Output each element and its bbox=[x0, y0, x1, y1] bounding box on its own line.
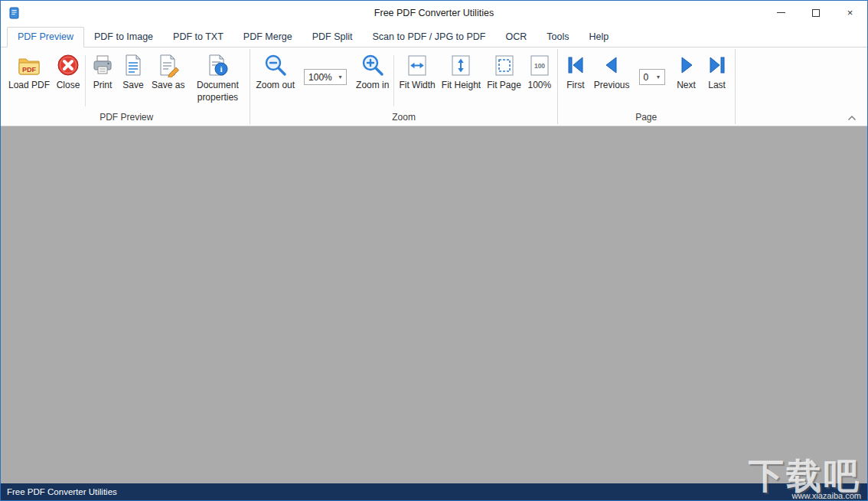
group-label-zoom: Zoom bbox=[253, 111, 554, 126]
save-button[interactable]: Save bbox=[118, 51, 148, 111]
zoom-out-icon bbox=[263, 53, 288, 77]
tab-scan-to-pdf[interactable]: Scan to PDF / JPG to PDF bbox=[363, 28, 496, 47]
zoom-in-label: Zoom in bbox=[356, 80, 389, 92]
document-properties-label: Document properties bbox=[191, 80, 244, 103]
save-as-icon bbox=[156, 53, 181, 77]
first-page-icon bbox=[563, 53, 588, 77]
print-icon bbox=[90, 53, 115, 77]
chevron-up-icon bbox=[847, 115, 857, 121]
zoom-level-value: 100% bbox=[308, 72, 332, 83]
next-page-icon bbox=[674, 53, 699, 77]
zoom-in-icon bbox=[361, 53, 385, 77]
group-label-pdf-preview: PDF Preview bbox=[5, 111, 247, 126]
save-as-label: Save as bbox=[152, 80, 184, 92]
zoom-100-button[interactable]: 100 100% bbox=[524, 51, 555, 111]
zoom-100-label: 100% bbox=[528, 80, 552, 92]
first-page-label: First bbox=[566, 80, 584, 92]
page-number-value: 0 bbox=[644, 72, 649, 83]
statusbar-text: Free PDF Converter Utilities bbox=[7, 487, 117, 496]
load-pdf-button[interactable]: PDF Load PDF bbox=[5, 51, 53, 111]
group-label-page: Page bbox=[560, 111, 733, 126]
last-page-icon bbox=[705, 53, 729, 77]
group-separator bbox=[250, 49, 250, 124]
svg-text:100: 100 bbox=[534, 62, 545, 70]
ribbon-group-page: First Previous 0 ▾ Next bbox=[560, 47, 733, 126]
svg-text:i: i bbox=[220, 64, 223, 74]
tab-tools[interactable]: Tools bbox=[537, 28, 579, 47]
minimize-icon bbox=[777, 12, 785, 13]
document-properties-icon: i bbox=[205, 53, 230, 77]
ribbon-group-zoom: Zoom out 100% ▾ Zoom in bbox=[253, 47, 554, 126]
load-pdf-label: Load PDF bbox=[8, 80, 50, 92]
window-title: Free PDF Converter Utilities bbox=[1, 8, 867, 18]
tab-pdf-to-image[interactable]: PDF to Image bbox=[84, 28, 163, 47]
titlebar: Free PDF Converter Utilities × bbox=[1, 1, 867, 25]
svg-text:PDF: PDF bbox=[22, 66, 37, 74]
statusbar: Free PDF Converter Utilities bbox=[1, 483, 867, 500]
group-separator bbox=[735, 49, 736, 124]
close-pdf-label: Close bbox=[57, 80, 80, 92]
maximize-button[interactable] bbox=[798, 1, 833, 25]
fit-height-icon bbox=[449, 53, 473, 77]
tab-pdf-preview[interactable]: PDF Preview bbox=[7, 27, 84, 47]
zoom-in-button[interactable]: Zoom in bbox=[353, 51, 392, 111]
zoom-100-icon: 100 bbox=[527, 53, 552, 77]
first-page-button[interactable]: First bbox=[560, 51, 591, 111]
fit-width-label: Fit Width bbox=[399, 80, 435, 92]
zoom-out-label: Zoom out bbox=[256, 80, 295, 92]
separator bbox=[393, 55, 394, 106]
close-pdf-icon bbox=[56, 53, 80, 77]
page-dropdown-arrow-icon[interactable]: ▾ bbox=[653, 70, 664, 84]
tab-ocr[interactable]: OCR bbox=[496, 28, 537, 47]
print-label: Print bbox=[93, 80, 113, 92]
previous-page-label: Previous bbox=[594, 80, 630, 92]
next-page-button[interactable]: Next bbox=[671, 51, 702, 111]
window-controls: × bbox=[764, 1, 867, 25]
tab-pdf-to-txt[interactable]: PDF to TXT bbox=[163, 28, 233, 47]
next-page-label: Next bbox=[677, 80, 696, 92]
ribbon-group-pdf-preview: PDF Load PDF Close bbox=[5, 47, 247, 126]
tab-pdf-split[interactable]: PDF Split bbox=[302, 28, 363, 47]
fit-width-icon bbox=[405, 53, 429, 77]
last-page-label: Last bbox=[708, 80, 726, 92]
previous-page-icon bbox=[599, 53, 624, 77]
pdf-preview-viewport bbox=[1, 126, 867, 483]
save-icon bbox=[121, 53, 145, 77]
print-button[interactable]: Print bbox=[87, 51, 118, 111]
group-separator bbox=[557, 49, 558, 124]
save-as-button[interactable]: Save as bbox=[148, 51, 188, 111]
load-pdf-icon: PDF bbox=[17, 53, 41, 77]
minimize-button[interactable] bbox=[764, 1, 798, 25]
collapse-ribbon-button[interactable] bbox=[843, 111, 861, 124]
close-icon: × bbox=[847, 7, 853, 18]
app-icon bbox=[8, 7, 21, 19]
close-pdf-button[interactable]: Close bbox=[53, 51, 83, 111]
fit-height-label: Fit Height bbox=[442, 80, 481, 92]
fit-width-button[interactable]: Fit Width bbox=[396, 51, 438, 111]
fit-page-button[interactable]: Fit Page bbox=[484, 51, 524, 111]
separator bbox=[85, 55, 86, 106]
last-page-button[interactable]: Last bbox=[702, 51, 733, 111]
fit-page-label: Fit Page bbox=[487, 80, 521, 92]
app-window: Free PDF Converter Utilities × PDF Previ… bbox=[0, 0, 868, 501]
maximize-icon bbox=[812, 9, 820, 17]
ribbon-tabbar: PDF Preview PDF to Image PDF to TXT PDF … bbox=[1, 25, 867, 47]
save-label: Save bbox=[122, 80, 143, 92]
fit-height-button[interactable]: Fit Height bbox=[439, 51, 484, 111]
zoom-dropdown-arrow-icon[interactable]: ▾ bbox=[334, 70, 346, 84]
page-number-combobox[interactable]: 0 ▾ bbox=[639, 69, 665, 85]
document-properties-button[interactable]: i Document properties bbox=[188, 51, 247, 111]
zoom-level-combobox[interactable]: 100% ▾ bbox=[304, 69, 347, 85]
zoom-out-button[interactable]: Zoom out bbox=[253, 51, 298, 111]
close-button[interactable]: × bbox=[833, 1, 867, 25]
fit-page-icon bbox=[492, 53, 517, 77]
previous-page-button[interactable]: Previous bbox=[591, 51, 633, 111]
tab-pdf-merge[interactable]: PDF Merge bbox=[233, 28, 302, 47]
tab-help[interactable]: Help bbox=[579, 28, 618, 47]
ribbon: PDF Load PDF Close bbox=[1, 47, 867, 126]
